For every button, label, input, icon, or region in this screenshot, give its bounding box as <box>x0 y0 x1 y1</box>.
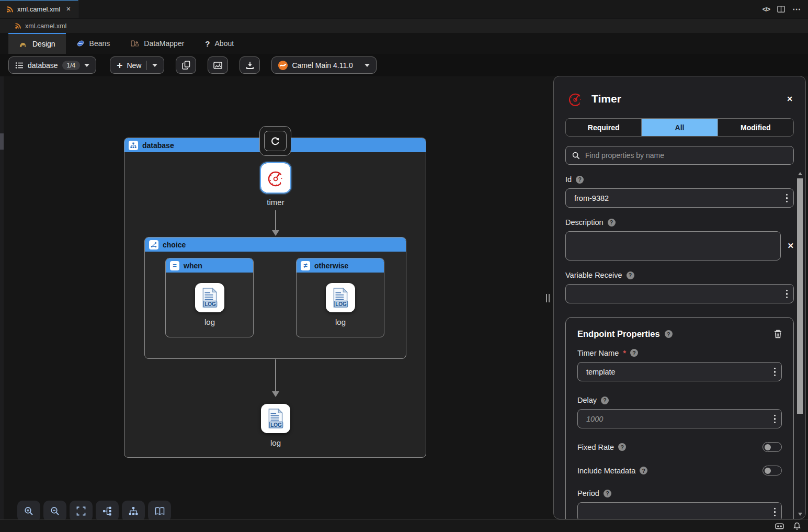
help-icon[interactable] <box>618 443 626 451</box>
help-icon[interactable] <box>601 397 609 404</box>
node-log-final-label: log <box>255 438 297 447</box>
divider <box>146 61 147 70</box>
download-button[interactable] <box>240 56 260 74</box>
delay-input[interactable] <box>577 409 782 428</box>
search-input[interactable] <box>585 151 787 160</box>
close-tab-icon[interactable] <box>66 6 71 13</box>
log-icon: LOG <box>200 287 220 308</box>
panel-scrollbar[interactable] <box>797 172 804 516</box>
timer-name-input[interactable] <box>577 362 782 381</box>
breadcrumb-label: xml.camel.xml <box>25 22 66 30</box>
node-timer[interactable] <box>261 163 290 193</box>
zoom-out-icon <box>50 506 60 516</box>
panel-title: Timer <box>591 93 779 105</box>
vertical-layout-button[interactable] <box>122 501 145 522</box>
trash-icon[interactable] <box>774 330 782 338</box>
question-icon <box>205 39 210 48</box>
export-image-button[interactable] <box>208 56 228 74</box>
id-input[interactable] <box>565 188 794 208</box>
period-label: Period <box>577 489 599 497</box>
help-icon[interactable] <box>604 490 611 497</box>
filter-modified-button[interactable]: Modified <box>718 119 793 136</box>
tab-design[interactable]: Design <box>8 33 66 54</box>
status-bar <box>0 519 808 532</box>
more-actions-icon[interactable] <box>792 4 801 14</box>
not-equals-icon <box>301 261 310 270</box>
node-log-when[interactable]: LOG <box>195 283 224 312</box>
choice-icon <box>149 240 158 250</box>
split-editor-icon[interactable] <box>777 6 785 13</box>
property-search[interactable] <box>565 146 794 165</box>
open-changes-icon[interactable] <box>763 5 770 13</box>
datamapper-icon <box>131 40 139 47</box>
kebab-menu-icon[interactable] <box>774 367 776 376</box>
group-choice-header[interactable]: choice <box>145 237 406 252</box>
zoom-out-button[interactable] <box>43 501 66 522</box>
filter-all-button[interactable]: All <box>642 119 718 136</box>
book-icon <box>155 507 165 515</box>
timer-icon <box>566 90 584 108</box>
editor-tab-bar: xml.camel.xml <box>0 0 808 18</box>
copilot-icon[interactable] <box>775 523 784 530</box>
help-icon[interactable] <box>630 349 638 357</box>
route-selector-button[interactable]: database 1/4 <box>8 56 96 74</box>
group-otherwise-header[interactable]: otherwise <box>297 258 384 273</box>
help-icon[interactable] <box>665 330 673 338</box>
help-icon[interactable] <box>576 176 584 184</box>
node-log-otherwise[interactable]: LOG <box>326 283 355 312</box>
route-visibility-button[interactable] <box>259 126 291 156</box>
scrollbar-thumb[interactable] <box>0 133 4 150</box>
node-log-final[interactable]: LOG <box>261 404 290 433</box>
help-icon[interactable] <box>627 271 634 279</box>
timer-icon <box>265 167 286 188</box>
help-icon[interactable] <box>640 467 647 474</box>
horizontal-layout-button[interactable] <box>96 501 119 522</box>
panel-resize-handle[interactable] <box>546 294 550 302</box>
runtime-selector-button[interactable]: Camel Main 4.11.0 <box>271 56 376 74</box>
route-icon <box>129 141 138 150</box>
kebab-menu-icon[interactable] <box>786 194 788 202</box>
copy-icon <box>182 61 190 70</box>
group-when-header[interactable]: when <box>166 258 253 273</box>
catalog-button[interactable] <box>148 501 171 522</box>
scroll-up-icon[interactable] <box>798 172 802 175</box>
editor-tab[interactable]: xml.camel.xml <box>0 0 78 18</box>
help-icon[interactable] <box>608 219 616 227</box>
properties-panel: Timer Required All Modified Id <box>553 76 806 519</box>
copy-flow-button[interactable] <box>176 56 196 74</box>
chevron-down-icon <box>152 64 157 67</box>
panel-scrollbar-thumb[interactable] <box>797 178 803 414</box>
camel-runtime-icon <box>278 61 288 70</box>
tab-about[interactable]: About <box>195 33 244 54</box>
notifications-bell-icon[interactable] <box>793 522 801 530</box>
id-label: Id <box>565 175 572 184</box>
period-input[interactable] <box>577 502 782 519</box>
breadcrumb[interactable]: xml.camel.xml <box>0 19 808 33</box>
clear-description-icon[interactable] <box>787 241 794 251</box>
log-icon: LOG <box>266 408 286 429</box>
filter-required-button[interactable]: Required <box>566 119 642 136</box>
zoom-in-button[interactable] <box>17 501 40 522</box>
svg-text:LOG: LOG <box>270 422 282 428</box>
scroll-down-icon[interactable] <box>798 513 802 516</box>
close-panel-icon[interactable] <box>787 95 793 103</box>
editor-scrollbar[interactable] <box>0 76 4 519</box>
group-when-label: when <box>184 262 202 270</box>
description-input[interactable] <box>565 231 781 261</box>
include-metadata-toggle[interactable] <box>763 466 782 476</box>
kebab-menu-icon[interactable] <box>774 414 776 423</box>
kebab-menu-icon[interactable] <box>774 507 776 516</box>
refresh-icon <box>264 131 287 151</box>
tab-beans[interactable]: Beans <box>66 33 121 54</box>
node-log-otherwise-label: log <box>320 318 361 326</box>
svg-text:LOG: LOG <box>335 301 347 307</box>
field-timer-name: Timer Name <box>577 348 782 381</box>
variable-receive-input[interactable] <box>565 284 794 303</box>
new-route-button[interactable]: New <box>110 56 164 74</box>
kebab-menu-icon[interactable] <box>786 289 788 298</box>
panel-header: Timer <box>554 76 805 117</box>
tab-datamapper[interactable]: DataMapper <box>120 33 195 54</box>
fit-to-screen-button[interactable] <box>70 501 93 522</box>
zoom-in-icon <box>24 506 33 516</box>
fixed-rate-toggle[interactable] <box>763 442 782 452</box>
